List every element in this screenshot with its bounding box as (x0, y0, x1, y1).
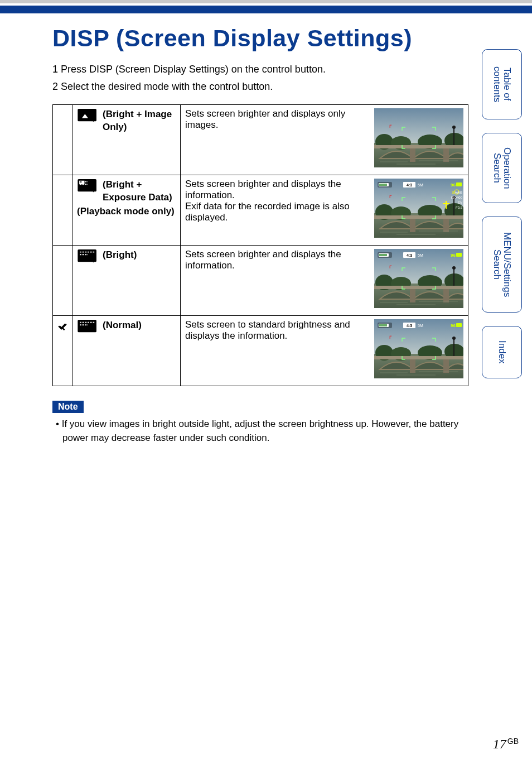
bright-icon (77, 249, 99, 265)
page-number-value: 17 (493, 737, 506, 751)
tab-index[interactable]: Index (482, 326, 522, 378)
page-number: 17GB (493, 737, 519, 752)
row-mode: (Normal) (72, 316, 181, 386)
svg-rect-9 (410, 148, 415, 162)
svg-rect-39 (379, 184, 387, 186)
row-description: Sets screen to standard brightness and d… (181, 316, 468, 386)
svg-rect-64 (443, 289, 449, 302)
svg-point-12 (452, 126, 456, 129)
svg-rect-79 (78, 320, 96, 332)
mode-label: (Normal) (103, 319, 142, 332)
svg-text:「: 「 (386, 124, 392, 131)
row-description-text: Sets screen to standard brightness and d… (185, 319, 370, 342)
svg-rect-29 (410, 219, 415, 232)
step-2: 2 Select the desired mode with the contr… (52, 79, 468, 94)
svg-text:AWB: AWB (455, 191, 462, 194)
svg-rect-31 (453, 199, 454, 215)
svg-text:「: 「 (386, 335, 392, 342)
svg-rect-89 (410, 359, 415, 373)
svg-text:5M: 5M (418, 324, 423, 328)
row-mode: (Bright + Image Only) (72, 105, 181, 175)
modes-table: (Bright + Image Only) Sets screen bright… (52, 104, 468, 386)
svg-rect-78 (456, 253, 462, 257)
bright-exposure-icon (77, 179, 99, 194)
row-mark (53, 246, 72, 316)
svg-rect-11 (453, 128, 454, 145)
svg-rect-62 (374, 286, 463, 289)
svg-text:96: 96 (451, 182, 456, 188)
svg-rect-53 (78, 249, 96, 262)
svg-text:「: 「 (386, 195, 392, 201)
row-description-text: Sets screen brighter and displays the in… (185, 249, 370, 271)
row-description: Sets screen brighter and displays the in… (181, 175, 468, 246)
svg-rect-90 (443, 359, 449, 373)
side-tabs: Table of contents Operation Search MENU/… (482, 49, 522, 392)
thumbnail-image: 「 4:3 5M 96 (374, 249, 463, 308)
svg-rect-30 (443, 219, 449, 232)
svg-text:4:3: 4:3 (407, 183, 412, 187)
row-description: Sets screen brighter and displays the in… (181, 246, 468, 316)
table-row: (Bright) Sets screen brighter and displa… (53, 246, 468, 316)
svg-rect-73 (379, 254, 387, 256)
row-thumbnail: 「 4:3 5M 96 $ AWB ISO400 EV F3.5 (374, 179, 463, 241)
table-row: (Bright + Image Only) Sets screen bright… (53, 105, 468, 175)
note-text: • If you view images in bright outside l… (52, 417, 468, 445)
row-description-text: Sets screen brighter and displays the in… (185, 179, 370, 223)
svg-rect-21 (80, 181, 82, 182)
table-row: (Normal) Sets screen to standard brightn… (53, 316, 468, 386)
tab-menu-settings-search[interactable]: MENU/Settings Search (482, 217, 522, 313)
mode-label: (Bright) (103, 249, 137, 262)
svg-rect-63 (410, 289, 415, 302)
tab-label-toc: Table of contents (492, 61, 512, 108)
tab-label-op: Operation Search (492, 142, 512, 195)
page-title: DISP (Screen Display Settings) (52, 25, 468, 52)
tab-table-of-contents[interactable]: Table of contents (482, 49, 522, 119)
tab-label-index: Index (497, 335, 507, 369)
thumbnail-image: 「 (374, 108, 463, 167)
tab-operation-search[interactable]: Operation Search (482, 133, 522, 203)
row-thumbnail: 「 (374, 108, 463, 170)
svg-rect-44 (456, 182, 462, 186)
svg-rect-10 (443, 148, 449, 162)
row-thumbnail: 「 4:3 5M 96 (374, 249, 463, 311)
svg-text:5M: 5M (418, 253, 423, 257)
top-thin-bar (0, 0, 532, 3)
mode-label-suffix: (Playback mode only) (77, 205, 175, 218)
svg-text:ISO400: ISO400 (451, 196, 463, 199)
normal-icon (77, 319, 99, 335)
row-description: Sets screen brighter and displays only i… (181, 105, 468, 175)
row-mark (53, 175, 72, 246)
svg-rect-51 (446, 201, 447, 209)
row-description-text: Sets screen brighter and displays only i… (185, 108, 370, 131)
row-thumbnail: 「 4:3 5M 96 (374, 319, 463, 381)
thumbnail-image: 「 4:3 5M 96 $ AWB ISO400 EV F3.5 (374, 179, 463, 238)
svg-rect-20 (79, 181, 84, 185)
row-mode: (Bright + Exposure Data) (Playback mode … (72, 175, 181, 246)
svg-text:「: 「 (386, 265, 392, 271)
svg-rect-28 (374, 215, 463, 219)
svg-text:5M: 5M (418, 183, 423, 187)
thumbnail-image: 「 4:3 5M 96 (374, 319, 463, 378)
tab-label-menu: MENU/Settings Search (492, 227, 512, 302)
svg-text:96: 96 (451, 253, 456, 258)
svg-text:F3.5: F3.5 (456, 206, 463, 209)
mode-label: (Bright + Image Only) (103, 108, 176, 134)
row-mark (53, 316, 72, 386)
svg-rect-52 (443, 203, 449, 204)
svg-text:96: 96 (451, 323, 456, 328)
top-accent-bar (0, 6, 532, 13)
svg-rect-0 (78, 109, 96, 121)
svg-rect-91 (453, 339, 454, 356)
svg-rect-104 (456, 323, 462, 327)
svg-rect-65 (453, 269, 454, 286)
svg-text:EV: EV (458, 201, 462, 204)
svg-point-66 (452, 266, 456, 270)
svg-text:4:3: 4:3 (407, 253, 412, 257)
note-label: Note (52, 401, 84, 413)
mode-label: (Bright + Exposure Data) (103, 179, 176, 204)
row-mode: (Bright) (72, 246, 181, 316)
bright-image-only-icon (77, 108, 99, 124)
row-mark (53, 105, 72, 175)
step-1: 1 Press DISP (Screen Display Settings) o… (52, 62, 468, 77)
svg-rect-99 (379, 324, 387, 326)
